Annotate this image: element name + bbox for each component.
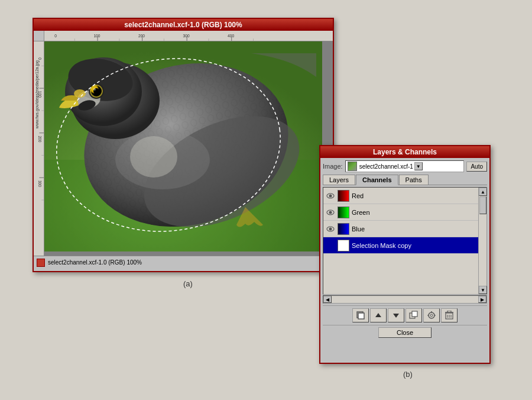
- channel-thumb-mask: [338, 240, 349, 251]
- new-layer-button[interactable]: [352, 308, 369, 322]
- layers-titlebar: Layers & Channels: [320, 146, 489, 158]
- status-icon: [37, 259, 45, 267]
- status-text: select2channel.xcf-1.0 (RGB) 100%: [48, 259, 330, 266]
- layers-panel: Layers & Channels Image: select2channel.…: [319, 145, 491, 364]
- channel-name-green: Green: [352, 209, 476, 216]
- svg-marker-55: [375, 313, 381, 317]
- label-a: (a): [183, 279, 193, 288]
- svg-point-45: [74, 89, 86, 98]
- channel-thumb-green: [338, 207, 349, 218]
- scroll-thumb[interactable]: [479, 196, 486, 214]
- move-up-button[interactable]: [370, 308, 387, 322]
- svg-text:0: 0: [54, 34, 57, 38]
- svg-marker-56: [393, 314, 399, 318]
- ruler-left: 0 100 200 300 www.fws.gov/ideas/media/pe…: [34, 31, 44, 269]
- channels-container: Red Green: [323, 187, 487, 295]
- channel-red[interactable]: Red: [323, 188, 478, 204]
- status-bar: select2channel.xcf-1.0 (RGB) 100%: [34, 256, 333, 269]
- auto-button[interactable]: Auto: [466, 162, 487, 172]
- svg-point-52: [329, 227, 332, 230]
- svg-text:300: 300: [38, 180, 42, 187]
- scroll-track: [479, 196, 486, 286]
- eye-icon-mask: [326, 241, 335, 250]
- ruler-corner: [34, 31, 44, 41]
- svg-text:400: 400: [228, 34, 234, 38]
- svg-text:100: 100: [93, 34, 100, 38]
- image-label: Image:: [323, 163, 343, 170]
- tab-paths[interactable]: Paths: [399, 175, 429, 185]
- duplicate-button[interactable]: [406, 308, 422, 322]
- scroll-left-button[interactable]: ◀: [323, 296, 332, 303]
- svg-text:300: 300: [183, 34, 190, 38]
- layers-body: Image: select2channel.xcf-1 ▼ Auto Layer…: [320, 158, 489, 342]
- channels-list: Red Green: [323, 188, 478, 294]
- channel-blue[interactable]: Blue: [323, 221, 478, 237]
- dropdown-arrow-icon[interactable]: ▼: [414, 162, 423, 170]
- horizontal-scrollbar[interactable]: ◀ ▶: [323, 295, 487, 304]
- canvas-area: [44, 41, 333, 256]
- channel-name-mask: Selection Mask copy: [352, 242, 476, 249]
- channel-name-red: Red: [352, 192, 476, 199]
- channel-thumb-blue: [338, 223, 349, 235]
- anchor-button[interactable]: [423, 308, 440, 322]
- image-window-body: 0 100 200 300 400 0: [34, 31, 333, 269]
- label-b: (b): [403, 370, 413, 379]
- close-button[interactable]: Close: [378, 327, 432, 338]
- channel-list-empty: [323, 254, 478, 289]
- image-name: select2channel.xcf-1: [359, 163, 413, 170]
- eye-icon-red[interactable]: [326, 191, 335, 201]
- scroll-down-button[interactable]: ▼: [479, 286, 487, 294]
- svg-text:0: 0: [38, 57, 42, 60]
- channel-green[interactable]: Green: [323, 204, 478, 221]
- channels-scrollbar[interactable]: ▲ ▼: [478, 188, 486, 294]
- svg-point-60: [430, 314, 433, 317]
- image-window-title: select2channel.xcf-1.0 (RGB) 100%: [124, 21, 242, 29]
- panel-toolbar: [323, 305, 487, 325]
- svg-point-59: [429, 312, 434, 318]
- hscroll-track: [332, 297, 478, 302]
- image-row: Image: select2channel.xcf-1 ▼ Auto: [323, 160, 487, 172]
- channel-thumb-red: [338, 190, 349, 202]
- tab-channels[interactable]: Channels: [356, 175, 398, 185]
- svg-rect-58: [412, 311, 417, 317]
- svg-text:200: 200: [38, 136, 42, 142]
- svg-point-36: [130, 136, 177, 178]
- scroll-up-button[interactable]: ▲: [479, 188, 487, 196]
- delete-button[interactable]: [441, 308, 458, 322]
- tabs-row: Layers Channels Paths: [323, 175, 487, 185]
- channel-mask[interactable]: Selection Mask copy: [323, 237, 478, 254]
- scroll-right-button[interactable]: ▶: [478, 296, 486, 303]
- svg-rect-54: [358, 313, 364, 319]
- move-down-button[interactable]: [388, 308, 404, 322]
- channel-name-blue: Blue: [352, 225, 476, 233]
- image-selector[interactable]: select2channel.xcf-1 ▼: [345, 160, 465, 172]
- svg-point-48: [329, 194, 332, 197]
- eye-icon-blue[interactable]: [326, 224, 335, 234]
- ruler-top: 0 100 200 300 400: [44, 31, 333, 41]
- scale-label: www.fws.gov/ideas/media/per12a.jpg: [35, 60, 39, 128]
- close-button-row: Close: [323, 325, 487, 340]
- layers-panel-title: Layers & Channels: [373, 148, 437, 156]
- svg-text:200: 200: [138, 34, 145, 38]
- svg-point-42: [93, 88, 96, 91]
- svg-point-50: [329, 211, 332, 214]
- image-window: select2channel.xcf-1.0 (RGB) 100% 0 100 …: [33, 18, 334, 272]
- image-thumb: [348, 162, 357, 171]
- eye-icon-green[interactable]: [326, 208, 335, 217]
- image-window-titlebar: select2channel.xcf-1.0 (RGB) 100%: [34, 19, 333, 31]
- tab-layers[interactable]: Layers: [323, 175, 355, 185]
